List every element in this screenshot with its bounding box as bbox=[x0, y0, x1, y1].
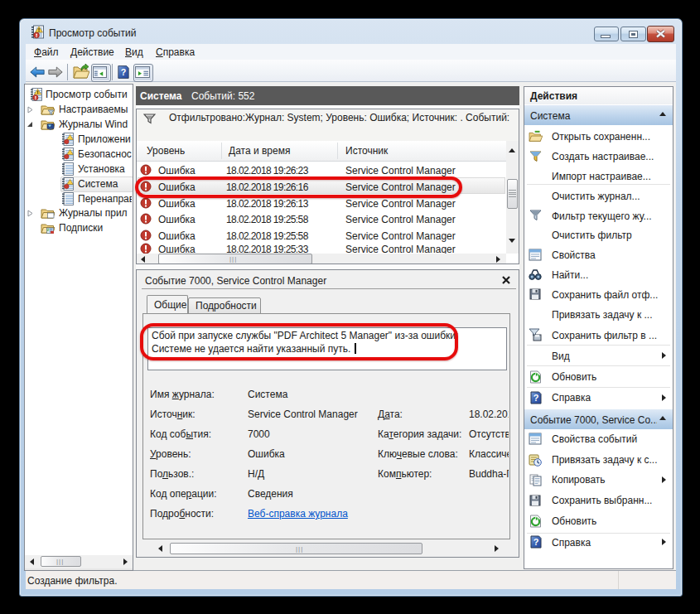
svg-text:?: ? bbox=[533, 393, 539, 403]
svg-text:?: ? bbox=[533, 537, 539, 547]
svg-text:?: ? bbox=[121, 67, 127, 77]
